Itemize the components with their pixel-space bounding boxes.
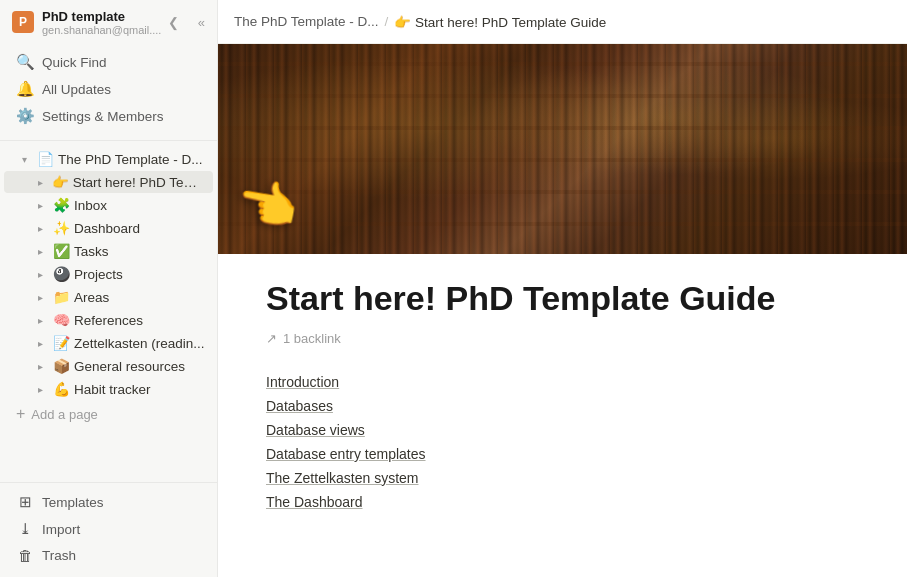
toc-item-zettelkasten-system: The Zettelkasten system [266,470,859,486]
toc-item-databases: Databases [266,398,859,414]
tasks-label: Tasks [74,244,205,259]
hero-image: 👉 [218,44,907,254]
sidebar-item-start-here[interactable]: ▸ 👉 Start here! PhD Tem... [4,171,213,193]
add-page-button[interactable]: + Add a page [4,401,213,427]
import-icon: ⤓ [16,520,34,538]
page-icon: 📄 [36,151,54,167]
updates-icon: 🔔 [16,80,34,98]
chevron-down-icon: ▾ [16,151,32,167]
habit-tracker-label: Habit tracker [74,382,205,397]
general-resources-label: General resources [74,359,205,374]
sidebar-item-general-resources[interactable]: ▸ 📦 General resources [4,355,213,377]
toc-link-database-entry-templates[interactable]: Database entry templates [266,446,426,462]
breadcrumb: The PhD Template - D... / 👉 Start here! … [234,14,606,30]
sidebar-bottom: ⊞ Templates ⤓ Import 🗑 Trash [0,476,217,577]
sidebar-item-areas[interactable]: ▸ 📁 Areas [4,286,213,308]
sidebar: P PhD template gen.shanahan@qmail.... ❮ … [0,0,218,577]
sidebar-divider-2 [0,482,217,483]
collapse-sidebar-icon[interactable]: « [189,10,213,34]
add-page-label: Add a page [31,407,98,422]
toc-item-database-entry-templates: Database entry templates [266,446,859,462]
sidebar-item-quick-find[interactable]: 🔍 Quick Find [4,49,213,75]
zettelkasten-label: Zettelkasten (readin... [74,336,205,351]
projects-icon: 🎱 [52,266,70,282]
topbar: The PhD Template - D... / 👉 Start here! … [218,0,907,44]
toc-link-zettelkasten-system[interactable]: The Zettelkasten system [266,470,419,486]
sidebar-item-trash[interactable]: 🗑 Trash [4,543,213,568]
sidebar-item-root[interactable]: ▾ 📄 The PhD Template - D... [4,148,213,170]
workspace-name: PhD template [42,9,161,24]
all-updates-label: All Updates [42,82,201,97]
page-title: Start here! PhD Template Guide [266,278,859,319]
tasks-icon: ✅ [52,243,70,259]
breadcrumb-separator: / [385,14,389,29]
sidebar-item-projects[interactable]: ▸ 🎱 Projects [4,263,213,285]
references-icon: 🧠 [52,312,70,328]
references-label: References [74,313,205,328]
breadcrumb-parent[interactable]: The PhD Template - D... [234,14,379,29]
sidebar-item-dashboard[interactable]: ▸ ✨ Dashboard [4,217,213,239]
inbox-label: Inbox [74,198,205,213]
page-body: Start here! PhD Template Guide ↗ 1 backl… [218,254,907,558]
templates-icon: ⊞ [16,493,34,511]
chevron-right-icon-zettelkasten: ▸ [32,335,48,351]
chevron-right-icon-projects: ▸ [32,266,48,282]
sidebar-navigation: 🔍 Quick Find 🔔 All Updates ⚙️ Settings &… [0,44,217,134]
chevron-right-icon-dashboard: ▸ [32,220,48,236]
sidebar-tree: ▾ 📄 The PhD Template - D... ▸ 👉 Start he… [0,147,217,428]
backlink-count[interactable]: 1 backlink [283,331,341,346]
table-of-contents: Introduction Databases Database views Da… [266,374,859,510]
inbox-icon: 🧩 [52,197,70,213]
backlink-icon: ↗ [266,331,277,346]
settings-label: Settings & Members [42,109,201,124]
page-content-area: 👉 Start here! PhD Template Guide ↗ 1 bac… [218,44,907,577]
dashboard-icon: ✨ [52,220,70,236]
sidebar-item-inbox[interactable]: ▸ 🧩 Inbox [4,194,213,216]
chevron-right-icon: ▸ [32,174,48,190]
chevron-right-icon-general: ▸ [32,358,48,374]
sidebar-item-tasks[interactable]: ▸ ✅ Tasks [4,240,213,262]
trash-label: Trash [42,548,201,563]
backlink-row: ↗ 1 backlink [266,331,859,346]
workspace-email: gen.shanahan@qmail.... [42,24,161,36]
chevron-right-icon-references: ▸ [32,312,48,328]
chevron-right-icon-habit: ▸ [32,381,48,397]
general-resources-icon: 📦 [52,358,70,374]
templates-label: Templates [42,495,201,510]
toc-item-the-dashboard: The Dashboard [266,494,859,510]
toc-item-introduction: Introduction [266,374,859,390]
sidebar-item-all-updates[interactable]: 🔔 All Updates [4,76,213,102]
workspace-icon: P [12,11,34,33]
hero-dark-overlay [218,44,907,254]
dashboard-label: Dashboard [74,221,205,236]
settings-icon: ⚙️ [16,107,34,125]
chevron-right-icon-inbox: ▸ [32,197,48,213]
toc-link-databases[interactable]: Databases [266,398,333,414]
projects-label: Projects [74,267,205,282]
sidebar-item-references[interactable]: ▸ 🧠 References [4,309,213,331]
sidebar-item-zettelkasten[interactable]: ▸ 📝 Zettelkasten (readin... [4,332,213,354]
sidebar-divider-1 [0,140,217,141]
quick-find-label: Quick Find [42,55,201,70]
toc-link-the-dashboard[interactable]: The Dashboard [266,494,363,510]
sidebar-item-habit-tracker[interactable]: ▸ 💪 Habit tracker [4,378,213,400]
add-icon: + [16,405,25,423]
breadcrumb-current: 👉 Start here! PhD Template Guide [394,14,606,30]
toc-link-database-views[interactable]: Database views [266,422,365,438]
sidebar-item-templates[interactable]: ⊞ Templates [4,489,213,515]
root-label: The PhD Template - D... [58,152,205,167]
pointer-emoji: 👉 [233,171,304,239]
zettelkasten-icon: 📝 [52,335,70,351]
chevron-right-icon-areas: ▸ [32,289,48,305]
chevron-left-icon[interactable]: ❮ [161,10,185,34]
trash-icon: 🗑 [16,547,34,564]
main-content: The PhD Template - D... / 👉 Start here! … [218,0,907,577]
areas-label: Areas [74,290,205,305]
search-icon: 🔍 [16,53,34,71]
areas-icon: 📁 [52,289,70,305]
sidebar-item-settings[interactable]: ⚙️ Settings & Members [4,103,213,129]
sidebar-item-import[interactable]: ⤓ Import [4,516,213,542]
start-here-label: 👉 Start here! PhD Tem... [52,174,205,190]
habit-tracker-icon: 💪 [52,381,70,397]
toc-link-introduction[interactable]: Introduction [266,374,339,390]
